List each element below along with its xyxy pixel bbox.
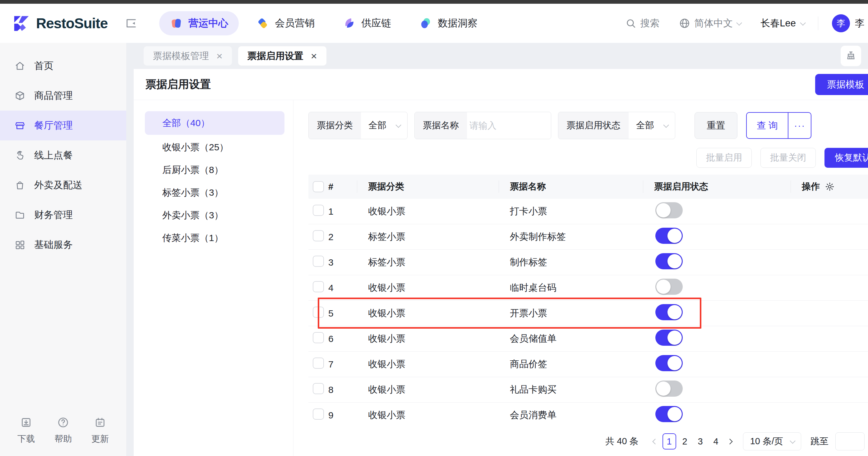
reset-button[interactable]: 重置 <box>694 112 737 139</box>
user-name: 李 <box>855 17 865 30</box>
category-item[interactable]: 传菜小票（1） <box>145 227 284 249</box>
select-all-checkbox[interactable] <box>313 181 324 192</box>
sidebar-collapse-icon[interactable] <box>125 17 137 30</box>
category-item[interactable]: 外卖小票（3） <box>145 204 284 226</box>
enable-toggle[interactable] <box>655 355 683 371</box>
nav-insights[interactable]: 数据洞察 <box>408 11 488 35</box>
row-ticket-name: 制作标签 <box>499 256 643 269</box>
enable-toggle[interactable] <box>655 202 683 218</box>
enable-toggle[interactable] <box>655 406 683 422</box>
enable-toggle[interactable] <box>655 253 683 269</box>
store-selector[interactable]: 长春Lee <box>761 17 804 30</box>
batch-enable-button[interactable]: 批量启用 <box>696 148 752 168</box>
page-number[interactable]: 1 <box>662 433 676 450</box>
row-checkbox[interactable] <box>313 205 324 216</box>
download-button[interactable]: 下载 <box>18 416 35 445</box>
row-index: 9 <box>326 410 357 421</box>
row-ticket-category: 收银小票 <box>357 383 499 396</box>
row-checkbox[interactable] <box>313 358 324 369</box>
chevron-down-icon <box>663 122 669 128</box>
enable-toggle[interactable] <box>655 330 683 346</box>
category-item[interactable]: 标签小票（3） <box>145 182 284 204</box>
header-right: 搜索 简体中文 长春Lee 李 李 <box>625 14 868 32</box>
row-checkbox[interactable] <box>313 281 324 292</box>
nav-operations[interactable]: 营运中心 <box>159 11 239 35</box>
col-index: # <box>326 174 357 199</box>
jump-page-input[interactable] <box>835 432 865 450</box>
ticket-template-button[interactable]: 票据模板 <box>815 74 868 95</box>
brand[interactable]: RestoSuite <box>12 14 107 33</box>
jump-label: 跳至 <box>810 435 829 448</box>
enable-toggle[interactable] <box>655 304 683 320</box>
enable-toggle[interactable] <box>655 381 683 397</box>
clear-tabs-button[interactable] <box>841 46 861 66</box>
col-ticket-status: 票据启用状态 <box>643 174 790 199</box>
filter-label: 票据名称 <box>415 112 467 139</box>
sidebar-footer: 下载 帮助 更新 <box>0 416 126 456</box>
sidebar-item-products[interactable]: 商品管理 <box>0 81 126 110</box>
sidebar-item-finance[interactable]: 财务管理 <box>0 200 126 230</box>
row-checkbox[interactable] <box>313 409 324 420</box>
sidebar-item-basic-services[interactable]: 基础服务 <box>0 230 126 260</box>
chevron-down-icon <box>737 20 742 26</box>
membership-icon <box>256 17 269 30</box>
query-split-button[interactable]: 查 询 ··· <box>746 112 811 139</box>
page-number[interactable]: 2 <box>678 433 692 450</box>
search-label: 搜索 <box>640 17 659 30</box>
row-checkbox[interactable] <box>313 256 324 267</box>
filter-value: 全部 <box>368 119 386 132</box>
update-button[interactable]: 更新 <box>91 416 109 445</box>
page-number[interactable]: 3 <box>693 433 707 450</box>
operations-icon <box>170 17 183 30</box>
restore-default-button[interactable]: 恢复默认 <box>825 148 868 168</box>
category-item[interactable]: 全部（40） <box>145 111 284 135</box>
category-item[interactable]: 后厨小票（8） <box>145 159 284 181</box>
nav-supply-chain[interactable]: 供应链 <box>332 11 402 35</box>
table-row: 2 标签小票 外卖制作标签 <box>308 224 868 250</box>
sidebar-item-online-order[interactable]: 线上点餐 <box>0 140 126 170</box>
help-button[interactable]: 帮助 <box>54 416 72 445</box>
enable-toggle[interactable] <box>655 228 683 244</box>
tab-ticket-template-management[interactable]: 票据模板管理 × <box>144 46 232 66</box>
col-ticket-category: 票据分类 <box>357 174 499 199</box>
filter-ticket-status[interactable]: 票据启用状态 全部 <box>558 112 675 139</box>
category-item[interactable]: 收银小票（25） <box>145 136 284 158</box>
batch-disable-button[interactable]: 批量关闭 <box>761 148 816 168</box>
prev-page-button[interactable] <box>649 434 661 449</box>
app-header: RestoSuite 营运中心 会员营销 <box>0 4 868 43</box>
sidebar-item-home[interactable]: 首页 <box>0 51 126 81</box>
chevron-down-icon <box>396 122 401 128</box>
global-search[interactable]: 搜索 <box>625 17 659 30</box>
query-button[interactable]: 查 询 <box>747 113 788 138</box>
footer-label: 更新 <box>91 433 109 445</box>
table-row: 9 收银小票 会员消费单 <box>308 402 868 422</box>
enable-toggle[interactable] <box>655 279 683 295</box>
more-actions-button[interactable]: ··· <box>788 113 811 138</box>
filter-ticket-category[interactable]: 票据分类 全部 <box>308 112 408 139</box>
page-size-select[interactable]: 10 条/页 <box>743 432 801 450</box>
avatar[interactable]: 李 <box>832 14 850 32</box>
table-row: 6 收银小票 会员储值单 <box>308 326 868 352</box>
sidebar: 首页 商品管理 餐厅管理 <box>0 43 126 456</box>
close-icon[interactable]: × <box>311 51 317 61</box>
user-menu[interactable]: 李 <box>855 17 868 30</box>
next-page-button[interactable] <box>724 434 736 449</box>
sidebar-item-label: 首页 <box>34 59 54 72</box>
row-checkbox[interactable] <box>313 230 324 241</box>
close-icon[interactable]: × <box>216 51 223 61</box>
tab-ticket-enable-settings[interactable]: 票据启用设置 × <box>238 46 327 66</box>
table-header: # 票据分类 票据名称 票据启用状态 操作 <box>308 174 868 199</box>
sidebar-item-delivery[interactable]: 外卖及配送 <box>0 170 126 200</box>
row-checkbox[interactable] <box>313 306 324 318</box>
language-selector[interactable]: 简体中文 <box>679 17 741 30</box>
row-checkbox[interactable] <box>313 383 324 394</box>
page-number[interactable]: 4 <box>709 433 723 450</box>
sidebar-item-restaurant[interactable]: 餐厅管理 <box>0 110 126 140</box>
sidebar-item-label: 外卖及配送 <box>34 178 82 192</box>
table-area: 票据分类 全部 票据名称 票据启用状态 <box>293 100 868 456</box>
gear-icon[interactable] <box>825 182 835 192</box>
ticket-name-input[interactable] <box>467 112 551 139</box>
row-checkbox[interactable] <box>313 332 324 343</box>
search-icon <box>625 18 637 29</box>
nav-membership[interactable]: 会员营销 <box>246 11 325 35</box>
